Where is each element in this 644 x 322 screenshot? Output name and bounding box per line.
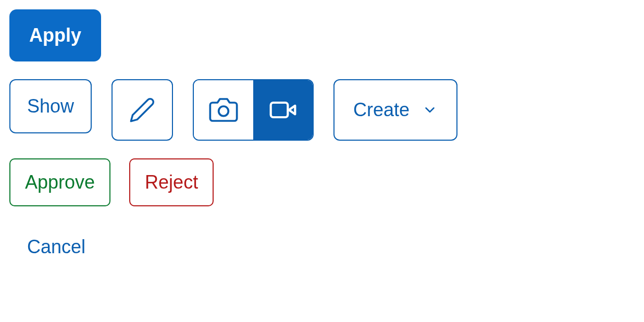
- create-menu-button[interactable]: Create: [333, 79, 457, 141]
- camera-button[interactable]: [194, 80, 253, 140]
- row-1: Apply: [9, 9, 635, 61]
- row-4: Cancel: [9, 224, 635, 270]
- create-menu-label: Create: [353, 101, 410, 119]
- apply-button[interactable]: Apply: [9, 9, 101, 61]
- svg-marker-2: [289, 106, 295, 114]
- chevron-down-icon: [422, 102, 438, 118]
- cancel-button[interactable]: Cancel: [9, 224, 103, 270]
- reject-button[interactable]: Reject: [129, 158, 214, 206]
- edit-button[interactable]: [112, 79, 173, 141]
- media-segmented-control: [193, 79, 314, 141]
- svg-point-0: [219, 106, 229, 116]
- show-button[interactable]: Show: [9, 79, 92, 133]
- pencil-icon: [129, 96, 156, 123]
- svg-rect-1: [271, 103, 288, 117]
- video-icon: [268, 95, 298, 125]
- approve-button[interactable]: Approve: [9, 158, 110, 206]
- row-3: Approve Reject: [9, 158, 635, 206]
- row-2: Show Create: [9, 79, 635, 141]
- video-button[interactable]: [253, 80, 313, 140]
- camera-icon: [209, 95, 238, 125]
